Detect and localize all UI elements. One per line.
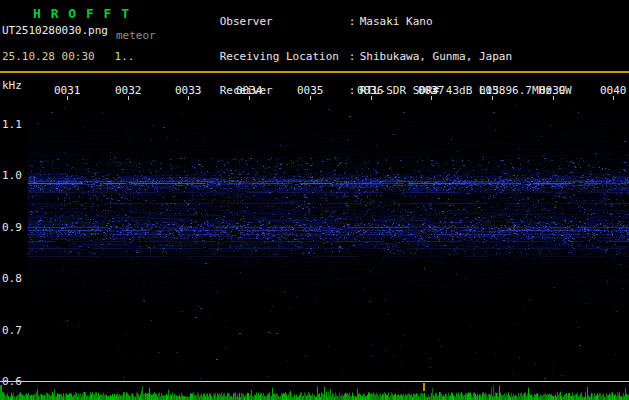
info-value: Shibukawa, Gunma, Japan xyxy=(360,50,512,63)
app-title: H R O F F T xyxy=(33,6,130,21)
info-colon: : xyxy=(349,51,360,62)
info-colon: : xyxy=(349,16,360,27)
filename-label: UT2510280030.png xyxy=(2,24,108,37)
mode-label: meteor xyxy=(116,29,156,42)
y-tick-label: 1.1 xyxy=(2,118,28,131)
info-label: Observer xyxy=(220,16,349,27)
info-row: Receiving Location:Shibukawa, Gunma, Jap… xyxy=(180,39,572,73)
header-rule xyxy=(0,71,629,73)
spectrogram-canvas xyxy=(28,100,629,380)
y-tick-label: 0.9 xyxy=(2,221,28,234)
info-label: Receiving Location xyxy=(220,51,349,62)
signal-level-canvas xyxy=(0,384,629,400)
time-marker xyxy=(423,383,425,391)
y-tick-label: 0.8 xyxy=(2,272,28,285)
info-value: Masaki Kano xyxy=(360,15,433,28)
info-row: Observer:Masaki Kano xyxy=(180,5,572,39)
y-axis-unit-label: kHz xyxy=(2,79,22,92)
datetime-label: 25.10.28 00:30 1.. xyxy=(2,50,134,63)
y-tick-label: 0.7 xyxy=(2,324,28,337)
hrofft-screen: H R O F F T UT2510280030.png meteor 25.1… xyxy=(0,0,629,400)
y-tick-label: 1.0 xyxy=(2,169,28,182)
baseline-rule xyxy=(0,381,629,382)
